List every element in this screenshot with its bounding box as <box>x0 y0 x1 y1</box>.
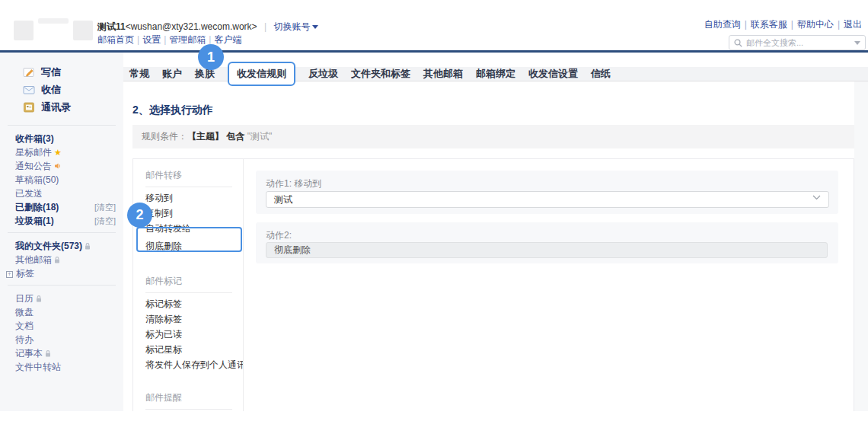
contact-support-link[interactable]: 联系客服 <box>751 19 787 30</box>
sidebar-item-file-transfer[interactable]: 文件中转站 <box>15 360 123 374</box>
menu-divider <box>145 292 232 293</box>
annotation-step-1-badge: 1 <box>198 44 224 70</box>
docs-label: 文档 <box>15 321 34 331</box>
logout-link[interactable]: 退出 <box>844 19 862 30</box>
sidebar-item-sent[interactable]: 已发送 <box>15 187 123 200</box>
sidebar-item-docs[interactable]: 文档 <box>15 319 123 333</box>
annotation-step-2-badge: 2 <box>127 203 152 228</box>
account-name: 测试11 <box>97 21 126 32</box>
sidebar: 写信 收信 通讯录 收件箱(3) 星标邮件★ 通知公告 草稿箱(50) 已发送 … <box>0 53 123 411</box>
sidebar-item-calendar[interactable]: 日历 <box>15 292 123 305</box>
sidebar-item-my-folders[interactable]: 我的文件夹(573) <box>15 239 123 253</box>
tab-general[interactable]: 常规 <box>129 67 149 81</box>
header-divider <box>0 50 868 53</box>
nav-client[interactable]: 客户端 <box>214 34 241 45</box>
sidebar-item-tags[interactable]: +标签 <box>6 266 123 280</box>
help-center-link[interactable]: 帮助中心 <box>797 19 834 30</box>
compose-label: 写信 <box>41 65 61 79</box>
my-folders-label: 我的文件夹(573) <box>15 241 82 251</box>
tab-antispam[interactable]: 反垃圾 <box>308 67 338 81</box>
inbox-envelope-icon <box>23 84 35 96</box>
nav-manage-mailbox[interactable]: 管理邮箱 <box>169 34 206 45</box>
nav-mail-home[interactable]: 邮箱首页 <box>97 34 134 45</box>
compose-pencil-icon <box>23 66 35 78</box>
search-input[interactable]: 邮件全文搜索... <box>729 35 866 50</box>
top-header: 测试11<wushan@xty321.wecom.work> | 切换账号 邮箱… <box>0 0 868 50</box>
expand-plus-icon[interactable]: + <box>6 271 13 278</box>
right-gutter <box>854 81 868 411</box>
tab-mail-rules-active[interactable]: 收发信规则 <box>228 62 295 86</box>
account-info: 测试11<wushan@xty321.wecom.work> | 切换账号 <box>97 21 318 33</box>
menu-group-remind: 邮件提醒 <box>133 381 243 409</box>
nav-settings[interactable]: 设置 <box>142 34 161 45</box>
file-transfer-label: 文件中转站 <box>15 362 61 372</box>
menu-divider <box>145 409 232 410</box>
drafts-label: 草稿箱(50) <box>15 174 59 185</box>
sidebar-item-announcements[interactable]: 通知公告 <box>15 159 123 173</box>
rule-condition-subject: 【主题】 <box>187 131 224 142</box>
action1-label: 动作1: 移动到 <box>256 171 838 190</box>
sidebar-item-weidrive[interactable]: 微盘 <box>15 305 123 319</box>
receive-button[interactable]: 收信 <box>23 81 123 98</box>
search-icon <box>734 39 742 47</box>
chevron-down-icon <box>312 25 318 29</box>
org-logo <box>73 21 93 40</box>
rule-condition-prefix: 规则条件： <box>142 131 187 142</box>
tab-other-mailbox[interactable]: 其他邮箱 <box>423 67 463 81</box>
sidebar-divider <box>8 285 116 286</box>
menu-item-mark-read[interactable]: 标为已读 <box>133 327 243 342</box>
calendar-label: 日历 <box>15 293 34 304</box>
sidebar-item-todo[interactable]: 待办 <box>15 333 123 346</box>
action2-card: 动作2: 彻底删除 <box>256 222 838 263</box>
tab-mailbox-binding[interactable]: 邮箱绑定 <box>476 67 515 81</box>
chevron-down-icon <box>812 195 821 200</box>
action2-readonly-field: 彻底删除 <box>266 242 828 258</box>
menu-item-mark-star[interactable]: 标记星标 <box>133 342 243 357</box>
sidebar-item-notes[interactable]: 记事本 <box>15 346 123 360</box>
contacts-label: 通讯录 <box>41 101 71 114</box>
action1-selected-value: 测试 <box>274 194 292 205</box>
compose-button[interactable]: 写信 <box>23 63 123 81</box>
brand-logo <box>14 21 34 40</box>
contacts-book-icon <box>23 101 35 113</box>
sidebar-divider <box>8 125 116 126</box>
sidebar-item-starred[interactable]: 星标邮件★ <box>15 145 123 159</box>
sidebar-item-deleted[interactable]: 已删除(18)[清空] <box>15 200 123 214</box>
tab-sendreceive-settings[interactable]: 收发信设置 <box>528 67 578 81</box>
tab-folders-tags[interactable]: 文件夹和标签 <box>351 67 410 81</box>
rule-condition-verb: 包含 <box>226 131 244 142</box>
tab-account[interactable]: 账户 <box>162 67 182 81</box>
tab-stationery[interactable]: 信纸 <box>591 67 611 81</box>
rule-condition-value: "测试" <box>247 131 273 142</box>
other-mailbox-label: 其他邮箱 <box>15 254 52 265</box>
sidebar-item-spam[interactable]: 垃圾箱(1)[清空] <box>15 214 123 228</box>
action1-card: 动作1: 移动到 测试 <box>256 171 838 214</box>
receive-label: 收信 <box>41 83 61 97</box>
sidebar-item-inbox[interactable]: 收件箱(3) <box>15 132 123 145</box>
menu-item-move-to[interactable]: 移动到 <box>133 190 243 206</box>
action1-folder-select[interactable]: 测试 <box>266 191 829 208</box>
menu-group-transfer: 邮件转移 <box>133 159 243 187</box>
empty-deleted-link[interactable]: [清空] <box>94 200 116 214</box>
weidrive-label: 微盘 <box>15 307 34 318</box>
menu-item-clear-tag[interactable]: 清除标签 <box>133 311 243 327</box>
lock-icon <box>36 295 42 302</box>
menu-group-mark: 邮件标记 <box>133 265 243 292</box>
deleted-label: 已删除(18) <box>15 202 59 212</box>
empty-spam-link[interactable]: [清空] <box>94 214 116 228</box>
self-service-link[interactable]: 自助查询 <box>704 19 741 30</box>
menu-item-mark-tag[interactable]: 标记标签 <box>133 296 243 311</box>
search-placeholder: 邮件全文搜索... <box>746 37 854 49</box>
switch-account-link[interactable]: 切换账号 <box>273 21 310 32</box>
contacts-button[interactable]: 通讯录 <box>23 98 123 116</box>
announcements-label: 通知公告 <box>15 161 52 171</box>
account-nav: 邮箱首页|设置|管理邮箱|客户端 <box>97 34 241 46</box>
sidebar-item-drafts[interactable]: 草稿箱(50) <box>15 173 123 187</box>
sidebar-item-other-mailbox[interactable]: 其他邮箱 <box>15 253 123 266</box>
lock-icon <box>45 350 51 357</box>
search-scope-caret-icon[interactable] <box>854 41 860 45</box>
menu-divider <box>145 187 232 187</box>
menu-item-save-sender[interactable]: 将发件人保存到个人通讯录 <box>133 357 243 372</box>
action-menu: 邮件转移 移动到 复制到 自动转发给 彻底删除 邮件标记 标记标签 清除标签 标… <box>133 159 244 411</box>
rule-action-panel: 邮件转移 移动到 复制到 自动转发给 彻底删除 邮件标记 标记标签 清除标签 标… <box>132 158 854 411</box>
